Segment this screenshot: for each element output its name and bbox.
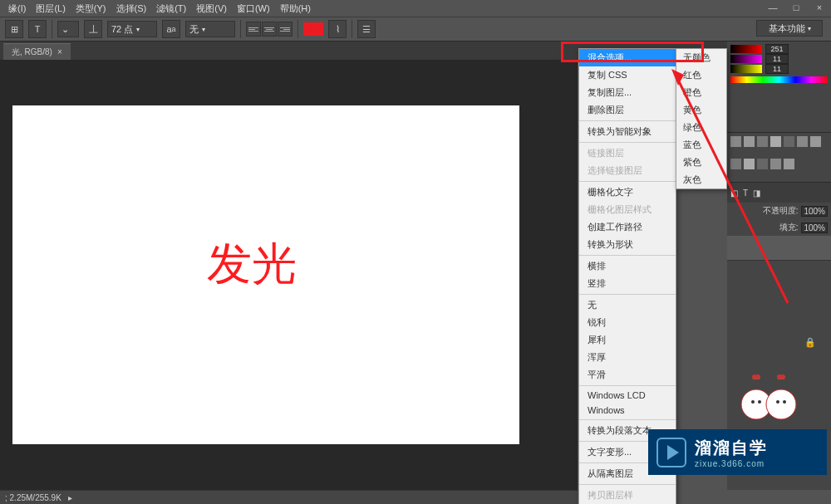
maximize-button[interactable]: □ [784,0,808,15]
menu-item[interactable]: 帮助(H) [275,1,316,17]
aa-icon: aa [162,20,180,38]
g-value[interactable]: 11 [765,54,789,64]
svg-point-11 [780,374,785,379]
font-style-icon[interactable]: 丄 [84,20,102,38]
antialias-dropdown[interactable]: 无▾ [185,21,235,37]
ctx-copy-css[interactable]: 复制 CSS [579,66,676,84]
swatch-icon[interactable] [757,159,768,169]
sub-yellow[interactable]: 黄色 [676,101,726,119]
g-slider[interactable]: 11 [730,55,789,63]
swatch-icon[interactable] [730,159,741,169]
menu-item[interactable]: 缘(I) [3,1,31,17]
layer-item[interactable] [727,236,831,261]
sub-orange[interactable]: 橙色 [676,84,726,101]
ctx-select-linked: 选择链接图层 [579,162,676,179]
r-slider[interactable]: 251 [730,45,789,53]
ctx-horizontal[interactable]: 横排 [579,257,676,275]
swatch-icon[interactable] [757,136,768,147]
menu-item[interactable]: 窗口(W) [232,1,275,17]
warp-text-icon[interactable]: ⌇ [328,20,347,38]
align-center-button[interactable] [262,22,277,37]
swatches-panel [727,133,831,183]
swatch-icon[interactable] [784,159,794,169]
antialias-value: 无 [189,23,199,36]
b-value[interactable]: 11 [765,64,789,74]
sub-green[interactable]: 绿色 [676,119,726,136]
tab-label: 光, RGB/8) [12,46,52,58]
divider [52,20,52,38]
color-submenu: 无颜色 红色 橙色 黄色 绿色 蓝色 紫色 灰色 [676,48,727,189]
opacity-row: 不透明度: 100% [727,203,831,219]
fill-value[interactable]: 100% [801,223,828,233]
menu-item[interactable]: 选择(S) [111,1,152,17]
swatch-icon[interactable] [770,136,781,147]
tool-preset-icon[interactable]: ⊞ [5,20,23,38]
hue-strip[interactable] [730,76,828,83]
ctx-blending-options[interactable]: 混合选项... [579,49,676,66]
svg-point-7 [783,400,786,404]
menu-item[interactable]: 滤镜(T) [151,1,191,17]
status-doc-size: ; 2.25M/255.9K [5,493,61,502]
ctx-aa-sharp[interactable]: 锐利 [579,314,676,331]
swatch-icon[interactable] [744,136,755,147]
ctx-rasterize-type[interactable]: 栅格化文字 [579,183,676,201]
swatch-icon[interactable] [810,136,821,147]
options-bar: ⊞ T ⌄ 丄 72 点▾ aa 无▾ ⌇ ☰ [0,17,831,42]
fill-label: 填充: [779,222,799,233]
menu-item[interactable]: 类型(Y) [71,1,111,17]
sub-red[interactable]: 红色 [676,66,726,84]
font-family-dropdown[interactable]: ⌄ [57,21,79,37]
filter-icon[interactable]: ◧ [730,188,738,198]
swatch-icon[interactable] [744,159,755,169]
close-button[interactable]: × [808,0,831,15]
canvas-text[interactable]: 发光 [207,234,297,295]
ctx-win[interactable]: Windows [579,403,676,418]
align-left-button[interactable] [246,22,261,37]
minimize-button[interactable]: — [761,0,784,15]
menu-item[interactable]: 图层(L) [31,1,70,17]
ctx-aa-none[interactable]: 无 [579,296,676,314]
swatch-icon[interactable] [730,136,741,147]
swatch-icon[interactable] [797,136,808,147]
text-color-swatch[interactable] [303,22,323,36]
ctx-aa-strong[interactable]: 浑厚 [579,349,676,366]
align-right-button[interactable] [278,22,293,37]
font-size-dropdown[interactable]: 72 点▾ [107,21,157,37]
opacity-label: 不透明度: [763,205,799,217]
filter-icon[interactable]: ◨ [753,188,760,198]
filter-icon[interactable]: T [743,188,748,198]
canvas[interactable]: 发光 [12,105,519,444]
watermark-url: zixue.3d66.com [695,459,768,468]
workspace-dropdown[interactable]: 基本功能 ▾ [756,20,823,37]
swatch-icon[interactable] [770,159,781,169]
ctx-separator [579,385,676,386]
status-arrow-icon[interactable]: ▸ [68,493,72,502]
sub-purple[interactable]: 紫色 [676,154,726,171]
tab-close-icon[interactable]: × [57,47,62,56]
b-slider[interactable]: 11 [730,65,789,73]
ctx-aa-smooth[interactable]: 平滑 [579,366,676,384]
opacity-value[interactable]: 100% [801,206,828,217]
ctx-smart-object[interactable]: 转换为智能对象 [579,123,676,140]
ctx-aa-crisp[interactable]: 犀利 [579,331,676,349]
ctx-separator [579,255,676,256]
ctx-work-path[interactable]: 创建工作路径 [579,218,676,236]
panel-toggle-icon[interactable]: ☰ [357,20,376,38]
ctx-win-lcd[interactable]: Windows LCD [579,388,676,403]
swatch-icon[interactable] [784,136,794,147]
fill-row: 填充: 100% [727,219,831,236]
ctx-to-shape[interactable]: 转换为形状 [579,236,676,253]
menu-item[interactable]: 视图(V) [191,1,232,17]
ctx-vertical[interactable]: 竖排 [579,275,676,292]
text-orientation-icon[interactable]: T [28,20,47,38]
menu-bar: 缘(I) 图层(L) 类型(Y) 选择(S) 滤镜(T) 视图(V) 窗口(W)… [0,0,831,17]
sub-gray[interactable]: 灰色 [676,171,726,188]
r-value[interactable]: 251 [765,44,789,54]
ctx-delete-layer[interactable]: 删除图层 [579,101,676,119]
watermark-title: 溜溜自学 [695,437,768,459]
document-tab[interactable]: 光, RGB/8) × [3,43,71,60]
ctx-link-layers: 链接图层 [579,144,676,162]
sub-no-color[interactable]: 无颜色 [676,49,726,66]
ctx-duplicate-layer[interactable]: 复制图层... [579,84,676,101]
sub-blue[interactable]: 蓝色 [676,136,726,154]
